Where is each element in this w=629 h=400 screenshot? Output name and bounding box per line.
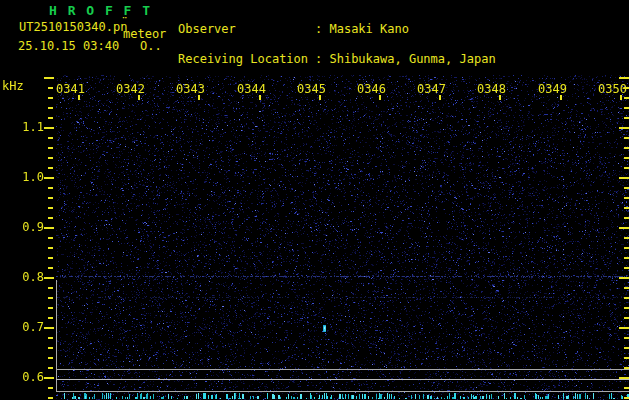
freq-tick-left <box>48 307 53 309</box>
freq-tick-left <box>48 337 53 339</box>
freq-tick-left <box>48 267 53 269</box>
freq-tick-left <box>48 357 53 359</box>
freq-tick-left <box>48 237 53 239</box>
level-axis-line <box>56 280 57 392</box>
hrofft-window: H R O F F T UT2510150340.pn ¨ meteor 25.… <box>0 0 629 400</box>
spectrogram-filename: UT2510150340.pn <box>19 20 127 34</box>
freq-tick-left <box>48 217 53 219</box>
level-gridline <box>56 379 629 380</box>
freq-tick-label: 1.1 <box>8 120 44 134</box>
freq-tick-left <box>48 257 53 259</box>
freq-tick-label: 0.8 <box>8 270 44 284</box>
freq-tick-left <box>48 87 53 89</box>
freq-tick-label: 0.9 <box>8 220 44 234</box>
freq-tick-left <box>44 327 54 329</box>
freq-tick-left <box>44 177 54 179</box>
info-colon: : <box>315 52 329 66</box>
level-gridline <box>56 391 629 392</box>
freq-tick-left <box>48 297 53 299</box>
timestamp: 25.10.15 03:40 <box>18 39 119 53</box>
freq-tick-left <box>44 377 54 379</box>
freq-tick-left <box>44 127 54 129</box>
info-row: Observer: Masaki Kano <box>178 24 553 34</box>
info-row: Receiving Location: Shibukawa, Gunma, Ja… <box>178 54 553 64</box>
freq-tick-left <box>48 107 53 109</box>
freq-tick-left <box>44 77 54 79</box>
freq-tick-left <box>48 287 53 289</box>
info-value: Shibukawa, Gunma, Japan <box>329 52 495 66</box>
info-value: Masaki Kano <box>329 22 408 36</box>
spectrogram-canvas <box>56 75 629 400</box>
freq-tick-label: 0.7 <box>8 320 44 334</box>
freq-tick-left <box>48 347 53 349</box>
freq-tick-left <box>48 157 53 159</box>
freq-tick-left <box>48 187 53 189</box>
freq-tick-left <box>48 137 53 139</box>
freq-tick-left <box>48 387 53 389</box>
freq-tick-left <box>48 397 53 399</box>
info-label: Observer <box>178 24 315 34</box>
info-colon: : <box>315 22 329 36</box>
level-gridline <box>56 369 629 370</box>
freq-tick-left <box>48 247 53 249</box>
freq-tick-left <box>44 277 54 279</box>
freq-tick-left <box>48 97 53 99</box>
freq-tick-left <box>48 367 53 369</box>
app-title: H R O F F T <box>49 3 152 18</box>
status-indicator: O.. <box>140 39 162 53</box>
freq-tick-left <box>48 317 53 319</box>
freq-tick-left <box>48 147 53 149</box>
freq-tick-left <box>48 197 53 199</box>
freq-tick-label: 1.0 <box>8 170 44 184</box>
khz-axis-label: kHz <box>2 79 24 93</box>
info-label: Receiving Location <box>178 54 315 64</box>
freq-tick-left <box>48 167 53 169</box>
freq-tick-left <box>48 207 53 209</box>
freq-tick-left <box>48 117 53 119</box>
freq-tick-left <box>44 227 54 229</box>
freq-tick-label: 0.6 <box>8 370 44 384</box>
